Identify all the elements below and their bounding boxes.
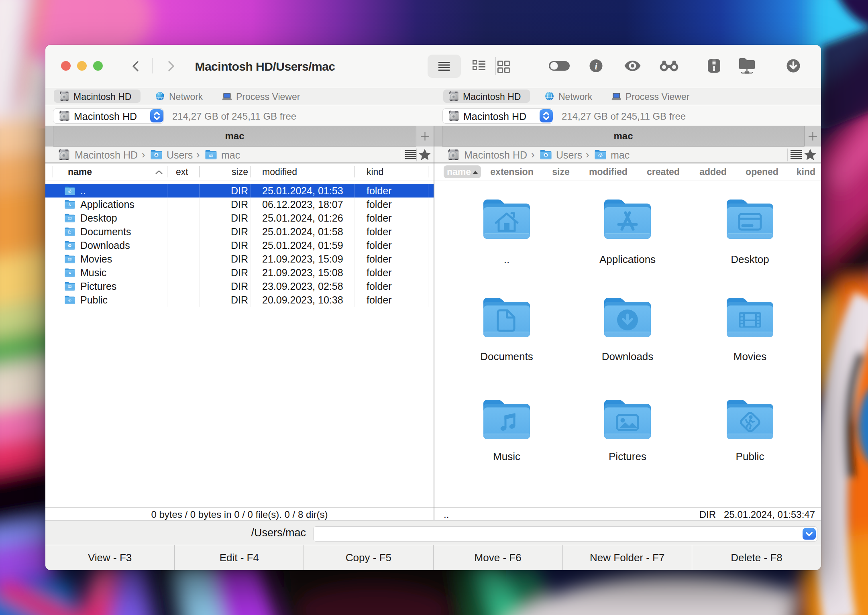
svg-text:i: i: [595, 61, 597, 71]
